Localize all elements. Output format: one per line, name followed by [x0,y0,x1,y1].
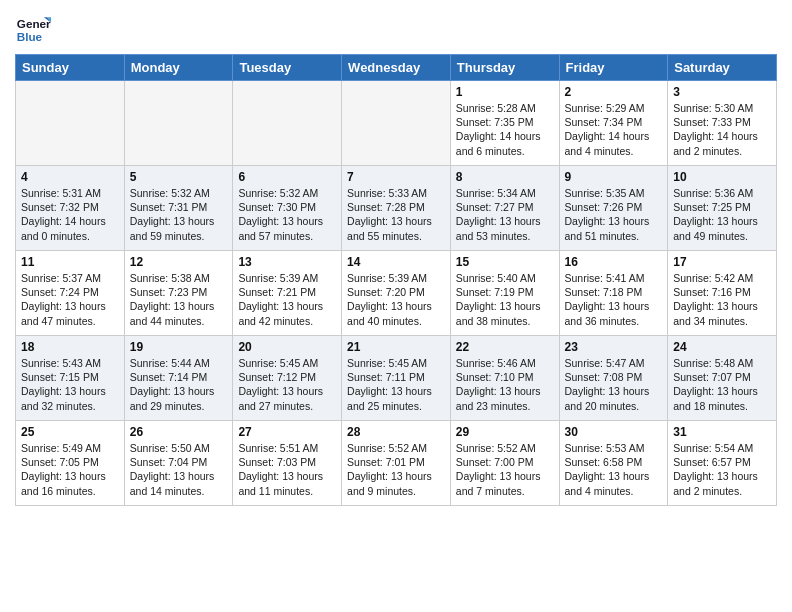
calendar-week-row: 1Sunrise: 5:28 AM Sunset: 7:35 PM Daylig… [16,81,777,166]
calendar-cell: 10Sunrise: 5:36 AM Sunset: 7:25 PM Dayli… [668,166,777,251]
calendar-cell: 21Sunrise: 5:45 AM Sunset: 7:11 PM Dayli… [342,336,451,421]
day-number: 3 [673,85,771,99]
day-number: 29 [456,425,554,439]
day-number: 10 [673,170,771,184]
day-number: 6 [238,170,336,184]
day-number: 14 [347,255,445,269]
calendar-cell: 3Sunrise: 5:30 AM Sunset: 7:33 PM Daylig… [668,81,777,166]
svg-text:Blue: Blue [17,30,43,43]
calendar-header-row: SundayMondayTuesdayWednesdayThursdayFrid… [16,55,777,81]
day-number: 9 [565,170,663,184]
page-header: General Blue [15,10,777,46]
day-info: Sunrise: 5:44 AM Sunset: 7:14 PM Dayligh… [130,356,228,413]
calendar-cell: 28Sunrise: 5:52 AM Sunset: 7:01 PM Dayli… [342,421,451,506]
day-info: Sunrise: 5:40 AM Sunset: 7:19 PM Dayligh… [456,271,554,328]
calendar-cell: 20Sunrise: 5:45 AM Sunset: 7:12 PM Dayli… [233,336,342,421]
calendar-cell: 30Sunrise: 5:53 AM Sunset: 6:58 PM Dayli… [559,421,668,506]
day-info: Sunrise: 5:35 AM Sunset: 7:26 PM Dayligh… [565,186,663,243]
day-number: 26 [130,425,228,439]
day-number: 18 [21,340,119,354]
day-number: 22 [456,340,554,354]
day-number: 25 [21,425,119,439]
day-info: Sunrise: 5:28 AM Sunset: 7:35 PM Dayligh… [456,101,554,158]
day-info: Sunrise: 5:39 AM Sunset: 7:20 PM Dayligh… [347,271,445,328]
day-info: Sunrise: 5:51 AM Sunset: 7:03 PM Dayligh… [238,441,336,498]
day-info: Sunrise: 5:37 AM Sunset: 7:24 PM Dayligh… [21,271,119,328]
day-info: Sunrise: 5:50 AM Sunset: 7:04 PM Dayligh… [130,441,228,498]
day-number: 19 [130,340,228,354]
svg-text:General: General [17,17,51,30]
calendar-cell [124,81,233,166]
day-number: 1 [456,85,554,99]
day-info: Sunrise: 5:42 AM Sunset: 7:16 PM Dayligh… [673,271,771,328]
day-number: 23 [565,340,663,354]
day-header-friday: Friday [559,55,668,81]
calendar-cell: 6Sunrise: 5:32 AM Sunset: 7:30 PM Daylig… [233,166,342,251]
day-info: Sunrise: 5:34 AM Sunset: 7:27 PM Dayligh… [456,186,554,243]
calendar-week-row: 11Sunrise: 5:37 AM Sunset: 7:24 PM Dayli… [16,251,777,336]
calendar-cell: 12Sunrise: 5:38 AM Sunset: 7:23 PM Dayli… [124,251,233,336]
calendar-cell: 9Sunrise: 5:35 AM Sunset: 7:26 PM Daylig… [559,166,668,251]
day-info: Sunrise: 5:45 AM Sunset: 7:12 PM Dayligh… [238,356,336,413]
day-header-saturday: Saturday [668,55,777,81]
day-info: Sunrise: 5:48 AM Sunset: 7:07 PM Dayligh… [673,356,771,413]
calendar-cell: 4Sunrise: 5:31 AM Sunset: 7:32 PM Daylig… [16,166,125,251]
calendar-cell: 15Sunrise: 5:40 AM Sunset: 7:19 PM Dayli… [450,251,559,336]
day-info: Sunrise: 5:33 AM Sunset: 7:28 PM Dayligh… [347,186,445,243]
day-info: Sunrise: 5:29 AM Sunset: 7:34 PM Dayligh… [565,101,663,158]
calendar-cell: 16Sunrise: 5:41 AM Sunset: 7:18 PM Dayli… [559,251,668,336]
calendar-cell [16,81,125,166]
calendar-cell: 24Sunrise: 5:48 AM Sunset: 7:07 PM Dayli… [668,336,777,421]
day-info: Sunrise: 5:45 AM Sunset: 7:11 PM Dayligh… [347,356,445,413]
calendar-cell: 19Sunrise: 5:44 AM Sunset: 7:14 PM Dayli… [124,336,233,421]
day-info: Sunrise: 5:32 AM Sunset: 7:31 PM Dayligh… [130,186,228,243]
day-number: 28 [347,425,445,439]
day-number: 17 [673,255,771,269]
day-number: 16 [565,255,663,269]
day-header-monday: Monday [124,55,233,81]
calendar-week-row: 18Sunrise: 5:43 AM Sunset: 7:15 PM Dayli… [16,336,777,421]
day-number: 21 [347,340,445,354]
day-number: 2 [565,85,663,99]
calendar: SundayMondayTuesdayWednesdayThursdayFrid… [15,54,777,506]
day-header-wednesday: Wednesday [342,55,451,81]
calendar-cell [233,81,342,166]
calendar-cell: 17Sunrise: 5:42 AM Sunset: 7:16 PM Dayli… [668,251,777,336]
calendar-cell: 22Sunrise: 5:46 AM Sunset: 7:10 PM Dayli… [450,336,559,421]
calendar-cell: 26Sunrise: 5:50 AM Sunset: 7:04 PM Dayli… [124,421,233,506]
day-info: Sunrise: 5:43 AM Sunset: 7:15 PM Dayligh… [21,356,119,413]
day-info: Sunrise: 5:49 AM Sunset: 7:05 PM Dayligh… [21,441,119,498]
calendar-cell: 31Sunrise: 5:54 AM Sunset: 6:57 PM Dayli… [668,421,777,506]
day-info: Sunrise: 5:54 AM Sunset: 6:57 PM Dayligh… [673,441,771,498]
calendar-cell: 11Sunrise: 5:37 AM Sunset: 7:24 PM Dayli… [16,251,125,336]
calendar-cell: 1Sunrise: 5:28 AM Sunset: 7:35 PM Daylig… [450,81,559,166]
day-info: Sunrise: 5:30 AM Sunset: 7:33 PM Dayligh… [673,101,771,158]
day-number: 30 [565,425,663,439]
calendar-cell: 7Sunrise: 5:33 AM Sunset: 7:28 PM Daylig… [342,166,451,251]
day-number: 31 [673,425,771,439]
calendar-cell: 29Sunrise: 5:52 AM Sunset: 7:00 PM Dayli… [450,421,559,506]
calendar-cell: 27Sunrise: 5:51 AM Sunset: 7:03 PM Dayli… [233,421,342,506]
calendar-cell: 25Sunrise: 5:49 AM Sunset: 7:05 PM Dayli… [16,421,125,506]
calendar-cell [342,81,451,166]
calendar-cell: 2Sunrise: 5:29 AM Sunset: 7:34 PM Daylig… [559,81,668,166]
calendar-cell: 13Sunrise: 5:39 AM Sunset: 7:21 PM Dayli… [233,251,342,336]
day-number: 13 [238,255,336,269]
day-info: Sunrise: 5:46 AM Sunset: 7:10 PM Dayligh… [456,356,554,413]
day-number: 15 [456,255,554,269]
day-number: 12 [130,255,228,269]
day-info: Sunrise: 5:53 AM Sunset: 6:58 PM Dayligh… [565,441,663,498]
day-info: Sunrise: 5:31 AM Sunset: 7:32 PM Dayligh… [21,186,119,243]
day-number: 7 [347,170,445,184]
day-info: Sunrise: 5:38 AM Sunset: 7:23 PM Dayligh… [130,271,228,328]
day-number: 27 [238,425,336,439]
day-number: 24 [673,340,771,354]
day-info: Sunrise: 5:52 AM Sunset: 7:00 PM Dayligh… [456,441,554,498]
day-number: 5 [130,170,228,184]
day-info: Sunrise: 5:47 AM Sunset: 7:08 PM Dayligh… [565,356,663,413]
day-number: 4 [21,170,119,184]
calendar-week-row: 25Sunrise: 5:49 AM Sunset: 7:05 PM Dayli… [16,421,777,506]
calendar-cell: 18Sunrise: 5:43 AM Sunset: 7:15 PM Dayli… [16,336,125,421]
day-info: Sunrise: 5:32 AM Sunset: 7:30 PM Dayligh… [238,186,336,243]
day-header-sunday: Sunday [16,55,125,81]
